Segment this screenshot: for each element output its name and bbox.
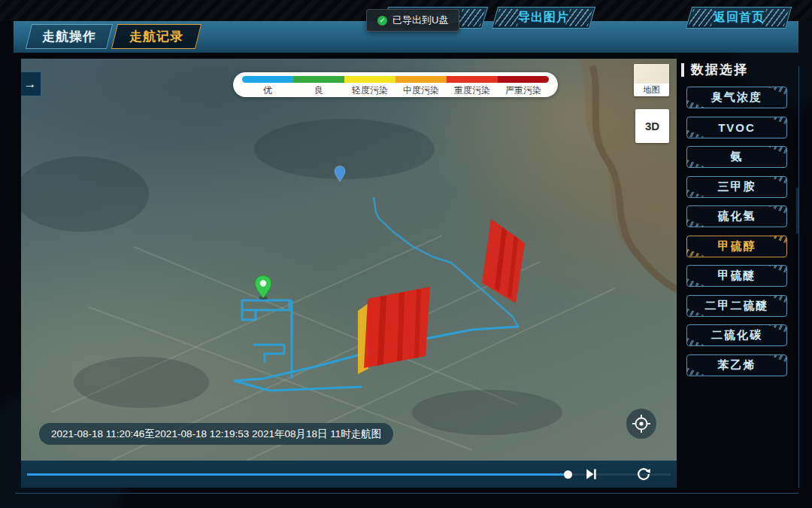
legend-segment — [242, 76, 293, 83]
pollutant-button-7[interactable]: 甲硫醚 — [686, 265, 787, 287]
frame-bottom-line — [15, 493, 798, 494]
data-select-panel: 数据选择 臭气浓度TVOC氨三甲胺硫化氢甲硫醇甲硫醚二甲二硫醚二硫化碳苯乙烯 — [677, 56, 798, 497]
aqi-legend-bar — [242, 76, 549, 83]
drone-marker-icon — [335, 166, 345, 181]
arrow-right-icon: → — [24, 77, 37, 92]
pollutant-button-9[interactable]: 二硫化碳 — [686, 324, 787, 346]
export-toast: ✓ 已导出到U盘 — [366, 9, 459, 32]
back-home-button[interactable]: 返回首页 — [686, 7, 792, 29]
mode-3d-button[interactable]: 3D — [635, 109, 669, 143]
legend-label: 重度污染 — [447, 84, 498, 97]
frame-right-line — [798, 66, 799, 488]
route-time-range: 2021-08-18 11:20:46至2021-08-18 12:19:53 … — [39, 423, 393, 445]
timeline-handle[interactable] — [564, 470, 572, 479]
pollutant-button-8[interactable]: 二甲二硫醚 — [686, 295, 787, 317]
toast-message: 已导出到U盘 — [392, 14, 448, 27]
legend-segment — [293, 76, 344, 83]
pollutant-button-4[interactable]: 三甲胺 — [686, 176, 787, 198]
button-label: 导出图片 — [518, 10, 569, 26]
map-canvas[interactable]: 优良轻度污染中度污染重度污染严重污染 → 地图 3D 2021-08-18 11… — [21, 59, 677, 461]
export-image-button[interactable]: 导出图片 — [492, 7, 595, 29]
basemap-switcher[interactable]: 地图 — [634, 64, 669, 96]
pollution-wall-far — [482, 219, 525, 303]
frame-right-notch — [796, 188, 799, 233]
basemap-thumbnail — [634, 64, 669, 84]
basemap-label: 地图 — [634, 84, 669, 96]
locate-button[interactable] — [626, 409, 656, 439]
pollutant-button-3[interactable]: 氨 — [686, 146, 787, 168]
tab-route-operate[interactable]: 走航操作 — [26, 24, 113, 49]
start-pin-icon — [255, 275, 271, 300]
legend-label: 严重污染 — [498, 84, 549, 97]
tab-label: 走航操作 — [42, 28, 96, 45]
legend-label: 良 — [293, 84, 344, 97]
collapse-arrow-button[interactable]: → — [21, 71, 41, 96]
aqi-legend: 优良轻度污染中度污染重度污染严重污染 — [233, 72, 558, 97]
legend-label: 轻度污染 — [344, 84, 395, 97]
pollutant-button-10[interactable]: 苯乙烯 — [686, 354, 787, 376]
route-overlay — [21, 59, 677, 461]
panel-title: 数据选择 — [681, 63, 748, 77]
button-label: 返回首页 — [714, 10, 765, 26]
pollution-wall-near — [358, 287, 430, 374]
pollutant-button-6[interactable]: 甲硫醇 — [686, 236, 787, 257]
legend-label: 中度污染 — [395, 84, 447, 97]
tab-label: 走航记录 — [129, 28, 183, 45]
replay-button[interactable] — [636, 467, 651, 482]
tab-route-records[interactable]: 走航记录 — [111, 24, 201, 49]
crosshair-icon — [631, 413, 652, 434]
legend-segment — [447, 76, 498, 83]
pollutant-button-1[interactable]: 臭气浓度 — [686, 87, 787, 108]
toast-success-icon: ✓ — [377, 16, 387, 26]
timeline-progress — [27, 473, 568, 476]
legend-segment — [344, 76, 395, 83]
playback-bar — [21, 461, 677, 488]
pollutant-button-2[interactable]: TVOC — [686, 117, 787, 138]
app-window: 走航操作走航记录 导出数据导出图片返回首页 ✓ 已导出到U盘 — [0, 0, 812, 508]
legend-label: 优 — [242, 84, 293, 97]
timeline-track[interactable] — [27, 473, 671, 476]
legend-segment — [498, 76, 549, 83]
legend-segment — [395, 76, 447, 83]
aqi-legend-labels: 优良轻度污染中度污染重度污染严重污染 — [242, 84, 549, 97]
pollutant-button-5[interactable]: 硫化氢 — [686, 205, 787, 227]
skip-to-end-button[interactable] — [583, 467, 598, 482]
